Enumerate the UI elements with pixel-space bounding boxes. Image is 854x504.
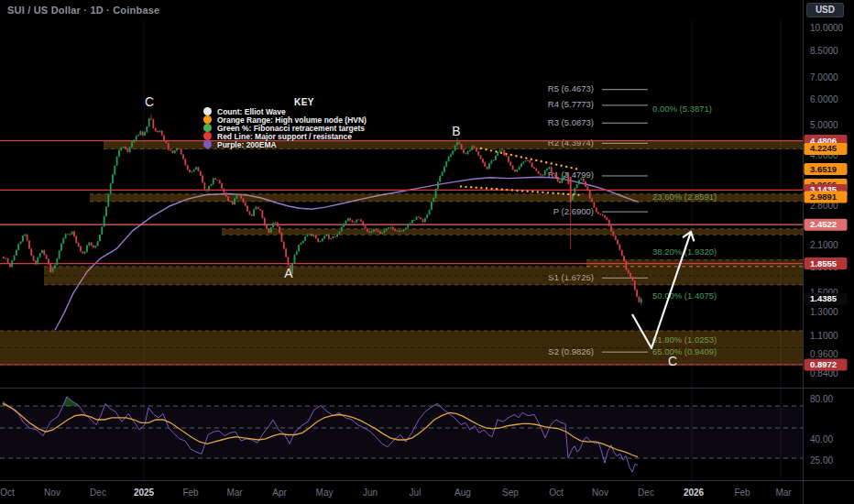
price-axis-tick: 2.1000: [810, 240, 838, 250]
symbol-title: SUI / US Dollar · 1D · Coinbase: [7, 5, 159, 16]
time-axis-label[interactable]: Jun: [363, 488, 378, 498]
price-axis-tick: 6.0000: [810, 94, 838, 104]
key-legend-dot-icon: [203, 107, 212, 115]
price-axis-tick: 7.0000: [810, 72, 838, 82]
key-legend-label: Purple: 200EMA: [217, 140, 277, 149]
time-axis-label[interactable]: Jul: [410, 488, 422, 498]
price-axis-tick: 8.5000: [810, 46, 838, 56]
price-axis-tick: 1.3000: [810, 307, 838, 317]
time-axis-label[interactable]: Dec: [90, 488, 106, 498]
price-level-badge: 3.6519: [810, 164, 837, 174]
chart-canvas[interactable]: R5 (6.4673)R4 (5.7773)R3 (5.0873)R2 (4.3…: [0, 0, 854, 504]
pivot-level-label: R5 (6.4673): [548, 83, 594, 93]
price-level-badge: 2.9891: [810, 192, 838, 202]
price-level-badge: 2.4522: [810, 219, 837, 229]
price-axis-tick: 5.0000: [810, 120, 838, 130]
fib-level-label: 50.00% (1.4075): [652, 290, 717, 301]
elliott-wave-letter: C: [668, 354, 677, 368]
time-axis-label[interactable]: Aug: [454, 488, 471, 498]
time-axis-label[interactable]: Feb: [734, 488, 750, 498]
time-axis-scale[interactable]: [0, 482, 854, 504]
time-axis-label[interactable]: Mar: [226, 488, 243, 498]
rsi-axis-label: 40.00: [810, 434, 833, 444]
trading-chart-app: { "header": { "symbol_title": "SUI / US …: [0, 0, 854, 504]
key-legend: KEY Count: Elliot WaveOrange Range: High…: [203, 97, 405, 148]
price-level-badge: 0.8972: [810, 359, 837, 369]
elliott-wave-letter: B: [452, 124, 460, 138]
time-axis-label[interactable]: Apr: [272, 488, 287, 498]
price-level-badge: 4.2245: [810, 143, 838, 153]
time-axis-label[interactable]: Nov: [44, 488, 60, 498]
time-axis-label[interactable]: Oct: [549, 488, 564, 498]
time-axis-label[interactable]: 2025: [134, 488, 155, 498]
time-axis-label[interactable]: Mar: [775, 488, 792, 498]
time-axis-label[interactable]: 2026: [684, 488, 705, 498]
hvn-band: [90, 194, 804, 202]
time-axis-label[interactable]: Oct: [0, 488, 15, 498]
price-axis-tick: 10.0000: [810, 23, 844, 33]
pivot-level-label: P (2.6900): [553, 206, 594, 216]
price-level-badge: 1.8555: [810, 258, 838, 268]
key-legend-dot-icon: [203, 132, 212, 140]
price-axis-tick: 1.1000: [810, 331, 838, 341]
key-legend-title: KEY: [203, 97, 405, 107]
key-legend-dot-icon: [203, 124, 212, 132]
elliott-wave-letter: C: [145, 94, 154, 109]
fib-level-label: 0.00% (5.3871): [652, 104, 712, 114]
key-legend-item: Purple: 200EMA: [203, 140, 405, 148]
time-axis-label[interactable]: May: [316, 488, 334, 498]
current-price-badge: 1.4385: [810, 293, 838, 303]
elliott-wave-letter: A: [284, 266, 293, 280]
time-axis-label[interactable]: Sep: [502, 488, 519, 498]
key-legend-rows: Count: Elliot WaveOrange Range: High vol…: [203, 107, 405, 148]
price-axis-tick: 0.9600: [810, 349, 838, 359]
time-axis-label[interactable]: Feb: [182, 488, 199, 498]
rsi-axis-label: 80.00: [810, 394, 833, 404]
pivot-level-label: R3 (5.0873): [548, 117, 594, 127]
key-legend-dot-icon: [203, 115, 212, 124]
time-axis-label[interactable]: Dec: [638, 488, 654, 498]
currency-button[interactable]: USD: [806, 3, 844, 17]
key-legend-dot-icon: [203, 140, 212, 148]
rsi-axis-label: 25.00: [810, 455, 833, 466]
pivot-level-label: R4 (5.7773): [548, 99, 594, 109]
hvn-band: [222, 229, 804, 236]
time-axis-label[interactable]: Nov: [592, 488, 608, 498]
rsi-band-fill: [0, 406, 804, 458]
